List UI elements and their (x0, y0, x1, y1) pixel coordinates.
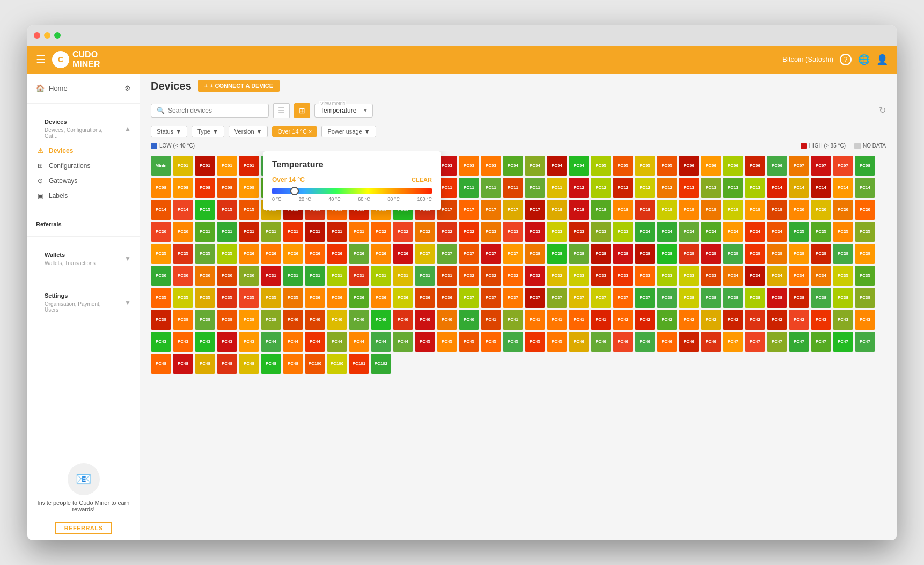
device-tile[interactable]: PC43 (855, 310, 875, 330)
device-tile[interactable]: PC01 (195, 156, 215, 176)
device-tile[interactable]: PC43 (811, 310, 831, 330)
search-box[interactable]: 🔍 (151, 104, 269, 118)
device-tile[interactable]: PC22 (437, 222, 457, 242)
device-tile[interactable]: PC12 (613, 178, 633, 198)
device-tile[interactable]: PC46 (591, 332, 611, 352)
device-tile[interactable]: PC17 (481, 200, 501, 220)
device-tile[interactable]: PC25 (811, 222, 831, 242)
device-tile[interactable]: PC48 (283, 354, 303, 374)
device-tile[interactable]: PC28 (591, 244, 611, 264)
device-tile[interactable]: PC01 (239, 156, 259, 176)
device-tile[interactable]: PC29 (833, 244, 853, 264)
sidebar-item-gateways[interactable]: ⊙ Gateways (27, 173, 140, 188)
device-tile[interactable]: PC08 (217, 178, 237, 198)
sidebar-home-item[interactable]: 🏠 Home ⚙ (27, 80, 140, 97)
device-tile[interactable]: PC41 (569, 310, 589, 330)
device-tile[interactable]: PC33 (701, 266, 721, 286)
device-tile[interactable]: PC35 (173, 288, 193, 308)
device-tile[interactable]: PC14 (811, 178, 831, 198)
device-tile[interactable]: PC31 (305, 266, 325, 286)
device-tile[interactable]: PC25 (789, 222, 809, 242)
device-tile[interactable]: PC33 (635, 266, 655, 286)
device-tile[interactable]: PC24 (767, 222, 787, 242)
device-tile[interactable]: PC21 (283, 222, 303, 242)
device-tile[interactable]: PC20 (173, 222, 193, 242)
device-tile[interactable]: PC44 (305, 332, 325, 352)
device-tile[interactable]: PC04 (569, 156, 589, 176)
status-filter-button[interactable]: Status ▼ (151, 126, 187, 137)
device-tile[interactable]: PC46 (657, 332, 677, 352)
device-tile[interactable]: PC01 (173, 156, 193, 176)
device-tile[interactable]: PC19 (701, 200, 721, 220)
collapse-icon[interactable]: ▲ (124, 125, 131, 133)
device-tile[interactable]: PC21 (261, 222, 281, 242)
device-tile[interactable]: PC31 (283, 266, 303, 286)
device-tile[interactable]: PC12 (657, 178, 677, 198)
device-tile[interactable]: PC29 (855, 244, 875, 264)
device-tile[interactable]: PC06 (679, 156, 699, 176)
device-tile[interactable]: PC39 (261, 310, 281, 330)
device-tile[interactable]: PC47 (855, 332, 875, 352)
device-tile[interactable]: PC42 (767, 310, 787, 330)
device-tile[interactable]: PC11 (503, 178, 523, 198)
search-input[interactable] (168, 107, 263, 114)
device-tile[interactable]: PC24 (701, 222, 721, 242)
power-usage-filter-button[interactable]: Power usage ▼ (321, 126, 376, 137)
device-tile[interactable]: PC05 (635, 156, 655, 176)
device-tile[interactable]: PC39 (173, 310, 193, 330)
device-tile[interactable]: PC26 (371, 244, 391, 264)
device-tile[interactable]: PC24 (657, 222, 677, 242)
device-tile[interactable]: PC33 (657, 266, 677, 286)
device-tile[interactable]: PC25 (173, 244, 193, 264)
device-tile[interactable]: PC36 (305, 288, 325, 308)
device-tile[interactable]: PC29 (723, 244, 743, 264)
device-tile[interactable]: PC13 (723, 178, 743, 198)
device-tile[interactable]: PC43 (239, 332, 259, 352)
device-tile[interactable]: PC40 (349, 310, 369, 330)
device-tile[interactable]: PC46 (701, 332, 721, 352)
device-tile[interactable]: PC39 (855, 288, 875, 308)
popup-clear-button[interactable]: CLEAR (412, 177, 432, 183)
device-tile[interactable]: PC04 (547, 156, 567, 176)
device-tile[interactable]: PC20 (855, 200, 875, 220)
device-tile[interactable]: PC24 (723, 222, 743, 242)
device-tile[interactable]: PC29 (679, 244, 699, 264)
device-tile[interactable]: PC47 (789, 332, 809, 352)
device-tile[interactable]: PC31 (327, 266, 347, 286)
device-tile[interactable]: PC35 (217, 288, 237, 308)
sidebar-item-devices[interactable]: ⚠ Devices (27, 143, 140, 158)
device-tile[interactable]: PC19 (679, 200, 699, 220)
device-tile[interactable]: PC23 (525, 222, 545, 242)
device-tile[interactable]: PC45 (415, 332, 435, 352)
device-tile[interactable]: PC24 (635, 222, 655, 242)
device-tile[interactable]: PC06 (745, 156, 765, 176)
device-tile[interactable]: PC22 (415, 222, 435, 242)
device-tile[interactable]: PC30 (173, 266, 193, 286)
device-tile[interactable]: PC15 (217, 200, 237, 220)
device-tile[interactable]: PC21 (217, 222, 237, 242)
device-tile[interactable]: PC27 (415, 244, 435, 264)
device-tile[interactable]: PC35 (283, 288, 303, 308)
device-tile[interactable]: PC26 (393, 244, 413, 264)
device-tile[interactable]: PC48 (217, 354, 237, 374)
device-tile[interactable]: PC40 (459, 310, 479, 330)
device-tile[interactable]: PC47 (767, 332, 787, 352)
device-tile[interactable]: PC09 (239, 178, 259, 198)
device-tile[interactable]: PC37 (635, 288, 655, 308)
device-tile[interactable]: PC38 (723, 288, 743, 308)
device-tile[interactable]: PC15 (195, 200, 215, 220)
device-tile[interactable]: PC19 (745, 200, 765, 220)
device-tile[interactable]: PC32 (481, 266, 501, 286)
device-tile[interactable]: PC45 (547, 332, 567, 352)
version-filter-button[interactable]: Version ▼ (229, 126, 268, 137)
device-tile[interactable]: PC08 (195, 178, 215, 198)
close-button[interactable] (34, 32, 40, 39)
device-tile[interactable]: PC46 (613, 332, 633, 352)
device-tile[interactable]: PC44 (283, 332, 303, 352)
device-tile[interactable]: PC08 (855, 156, 875, 176)
device-tile[interactable]: PC23 (613, 222, 633, 242)
device-tile[interactable]: PC45 (503, 332, 523, 352)
device-tile[interactable]: PC14 (151, 200, 171, 220)
device-tile[interactable]: PC42 (657, 310, 677, 330)
device-tile[interactable]: PC37 (525, 288, 545, 308)
